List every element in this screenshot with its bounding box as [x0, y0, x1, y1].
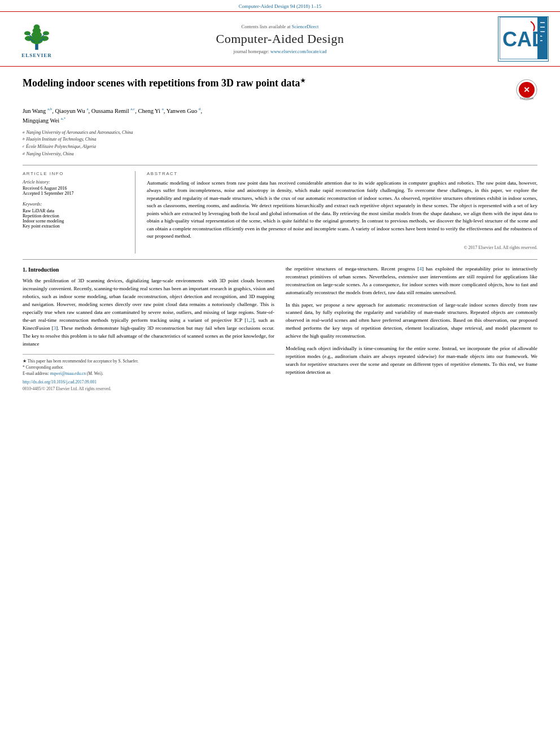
elsevier-tree-icon: [20, 20, 54, 51]
authors-line: Jun Wang a,b, Qiaoyun Wu a, Oussama Remi…: [23, 106, 537, 126]
cad-logo-svg: CAD: [500, 17, 548, 59]
contents-available-line: Contents lists available at ScienceDirec…: [68, 24, 492, 29]
abstract-text: Automatic modeling of indoor scenes from…: [147, 180, 537, 241]
email-link[interactable]: mqwei@nuaa.edu.cn: [50, 371, 86, 376]
svg-text:CAD: CAD: [502, 28, 546, 51]
intro-left-col: 1. Introduction With the proliferation o…: [23, 265, 274, 392]
doi-line[interactable]: http://dx.doi.org/10.1016/j.cad.2017.09.…: [23, 379, 274, 386]
intro-heading: 1. Introduction: [23, 265, 274, 274]
svg-text:✕: ✕: [523, 85, 530, 94]
article-info-label: ARTICLE INFO: [23, 171, 127, 176]
svg-text:CrossMark: CrossMark: [520, 97, 534, 100]
intro-right-para-1: the repetitive structures of mega-struct…: [286, 265, 537, 297]
journal-header: ELSEVIER Contents lists available at Sci…: [0, 11, 560, 67]
crossmark-icon: ✕ CrossMark: [516, 79, 537, 101]
introduction-section: 1. Introduction With the proliferation o…: [23, 265, 537, 392]
copyright-line: © 2017 Elsevier Ltd. All rights reserved…: [147, 245, 537, 250]
intro-right-para-2: In this paper, we propose a new approach…: [286, 302, 537, 341]
footnote-star: ★ This paper has been recommended for ac…: [23, 358, 274, 364]
intro-right-para-3: Modeling each object individually is tim…: [286, 345, 537, 377]
intro-right-col: the repetitive structures of mega-struct…: [286, 265, 537, 392]
paper-body: Modeling indoor scenes with repetitions …: [0, 67, 560, 398]
issn-line: 0010-4485/© 2017 Elsevier Ltd. All right…: [23, 386, 274, 392]
paper-title: Modeling indoor scenes with repetitions …: [23, 77, 510, 90]
history-label: Article history:: [23, 180, 127, 185]
journal-reference: Computer-Aided Design 94 (2018) 1–15: [0, 0, 560, 11]
footnote-email: E-mail address: mqwei@nuaa.edu.cn (M. We…: [23, 370, 274, 377]
article-history: Article history: Received 6 August 2016 …: [23, 180, 127, 196]
elsevier-logo: ELSEVIER: [11, 20, 62, 58]
journal-center: Contents lists available at ScienceDirec…: [68, 24, 492, 54]
keyword-4: Key point extraction: [23, 224, 127, 229]
keyword-2: Repetition detection: [23, 213, 127, 219]
journal-homepage-line: journal homepage: www.elsevier.com/locat…: [68, 49, 492, 54]
elsevier-wordmark: ELSEVIER: [21, 53, 52, 58]
svg-rect-0: [35, 43, 38, 50]
cad-logo-text: CAD: [500, 17, 548, 62]
keywords-label: Keywords:: [23, 202, 127, 207]
journal-title: Computer-Aided Design: [68, 32, 492, 46]
accepted-date: Accepted 1 September 2017: [23, 191, 127, 196]
journal-ref-text: Computer-Aided Design 94 (2018) 1–15: [239, 3, 321, 9]
received-date: Received 6 August 2016: [23, 186, 127, 191]
article-info-abstract: ARTICLE INFO Article history: Received 6…: [23, 165, 537, 254]
keywords-block: Keywords: Raw LiDAR data Repetition dete…: [23, 202, 127, 229]
article-info-column: ARTICLE INFO Article history: Received 6…: [23, 171, 135, 254]
affiliations: a Nanjing University of Aeronautics and …: [23, 129, 537, 158]
title-star: ★: [300, 77, 305, 84]
footnote-corresponding: * Corresponding author.: [23, 364, 274, 370]
sciencedirect-link[interactable]: ScienceDirect: [292, 24, 319, 29]
cad-journal-logo: CAD: [498, 16, 549, 62]
svg-point-4: [34, 24, 40, 29]
abstract-label: ABSTRACT: [147, 171, 537, 176]
introduction-body: 1. Introduction With the proliferation o…: [23, 265, 537, 392]
keyword-3: Indoor scene modeling: [23, 219, 127, 224]
section-divider: [23, 259, 537, 260]
abstract-column: ABSTRACT Automatic modeling of indoor sc…: [147, 171, 537, 254]
journal-homepage-link[interactable]: www.elsevier.com/locate/cad: [270, 49, 327, 54]
keyword-1: Raw LiDAR data: [23, 208, 127, 213]
intro-left-para: With the proliferation of 3D scanning de…: [23, 277, 274, 348]
footnotes: ★ This paper has been recommended for ac…: [23, 354, 274, 377]
paper-title-row: Modeling indoor scenes with repetitions …: [23, 77, 537, 101]
